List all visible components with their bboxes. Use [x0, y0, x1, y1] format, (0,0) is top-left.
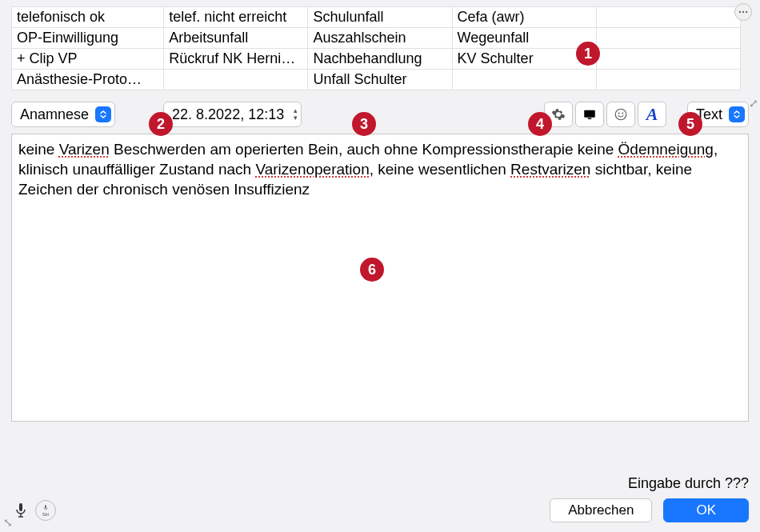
settings-button[interactable]: [544, 102, 573, 127]
svg-rect-11: [45, 505, 46, 508]
resize-handle-icon[interactable]: ⤡: [3, 516, 13, 529]
ok-button[interactable]: OK: [663, 498, 749, 522]
quickgrid-cell: [452, 70, 596, 90]
svg-point-1: [742, 11, 744, 13]
quickgrid-cell: [596, 70, 740, 90]
quickgrid-cell: [596, 7, 740, 28]
toolbar: Anamnese 22. 8.2022, 12:13 ▴ ▾: [11, 102, 749, 127]
datetime-field[interactable]: 22. 8.2022, 12:13 ▴ ▾: [163, 102, 302, 127]
note-editor[interactable]: keine Varizen Beschwerden am operierten …: [11, 134, 749, 422]
datetime-stepper[interactable]: ▴ ▾: [294, 107, 298, 122]
footer: Eingabe durch ??? Siri: [11, 475, 749, 522]
svg-point-6: [618, 113, 620, 114]
quickgrid-cell[interactable]: telefonisch ok: [12, 7, 164, 28]
microphone-icon: [42, 504, 50, 512]
author-line: Eingabe durch ???: [11, 475, 749, 492]
spell-error-word: Ödemneigung: [618, 141, 714, 158]
quickgrid-cell[interactable]: Auszahlschein: [308, 28, 452, 49]
svg-point-2: [746, 11, 747, 13]
quick-entry-grid-wrap: telefonisch oktelef. nicht erreichtSchul…: [11, 6, 749, 90]
editor-text: keine: [18, 141, 59, 158]
display-button[interactable]: [575, 102, 604, 127]
spell-error-word: Restvarizen: [510, 161, 590, 178]
smile-icon: [614, 107, 628, 122]
format-select-value: Text: [696, 106, 722, 123]
svg-rect-3: [584, 110, 595, 118]
gear-icon: [551, 107, 566, 122]
quickgrid-cell[interactable]: Wegeunfall: [452, 28, 596, 49]
quickgrid-cell[interactable]: OP-Einwilligung: [12, 28, 164, 49]
expand-icon[interactable]: ⤢: [749, 97, 758, 110]
svg-point-7: [622, 113, 623, 114]
ellipsis-icon: [738, 6, 749, 18]
quickgrid-cell[interactable]: KV Schulter: [452, 49, 596, 70]
quickgrid-cell[interactable]: Schulunfall: [308, 7, 452, 28]
cancel-button[interactable]: Abbrechen: [550, 498, 652, 522]
quickgrid-cell[interactable]: Nachbehandlung: [308, 49, 452, 70]
quickgrid-more-button[interactable]: [734, 3, 752, 21]
quickgrid-cell[interactable]: Arbeitsunfall: [164, 28, 308, 49]
quickgrid-cell[interactable]: + Clip VP: [12, 49, 164, 70]
ok-button-label: OK: [696, 502, 716, 518]
emoji-button[interactable]: [606, 102, 635, 127]
microphone-icon: [11, 501, 30, 520]
datetime-value: 22. 8.2022, 12:13: [172, 106, 284, 123]
quickgrid-cell[interactable]: telef. nicht erreicht: [164, 7, 308, 28]
svg-point-5: [615, 109, 626, 120]
chevron-updown-icon: [729, 106, 745, 122]
siri-button[interactable]: Siri: [35, 500, 56, 521]
cancel-button-label: Abbrechen: [568, 502, 634, 518]
category-select[interactable]: Anamnese: [11, 102, 115, 127]
quickgrid-cell: [596, 28, 740, 49]
chevron-down-icon: ▾: [294, 114, 298, 122]
svg-rect-4: [588, 118, 592, 120]
chevron-updown-icon: [95, 106, 111, 122]
quickgrid-cell: [596, 49, 740, 70]
category-select-value: Anamnese: [20, 106, 89, 123]
quickgrid-cell[interactable]: Rückruf NK Herni…: [164, 49, 308, 70]
spell-error-word: Varizenoperation: [255, 161, 369, 178]
editor-text: , keine wesentlichen: [370, 161, 510, 178]
quickgrid-cell[interactable]: Anästhesie-Proto…: [12, 70, 164, 90]
dictation-button[interactable]: [11, 501, 30, 520]
font-button[interactable]: A: [638, 102, 666, 127]
spell-error-word: Varizen: [59, 141, 110, 158]
quickgrid-cell: [164, 70, 308, 90]
siri-label: Siri: [42, 512, 50, 517]
svg-rect-8: [19, 503, 22, 511]
quickgrid-cell[interactable]: Unfall Schulter: [308, 70, 452, 90]
format-select[interactable]: Text: [687, 102, 749, 127]
monitor-icon: [582, 107, 597, 122]
svg-point-0: [739, 11, 741, 13]
editor-text: Beschwerden am operierten Bein, auch ohn…: [110, 141, 618, 158]
quickgrid-cell[interactable]: Cefa (awr): [452, 7, 596, 28]
quick-entry-grid: telefonisch oktelef. nicht erreichtSchul…: [11, 6, 741, 90]
